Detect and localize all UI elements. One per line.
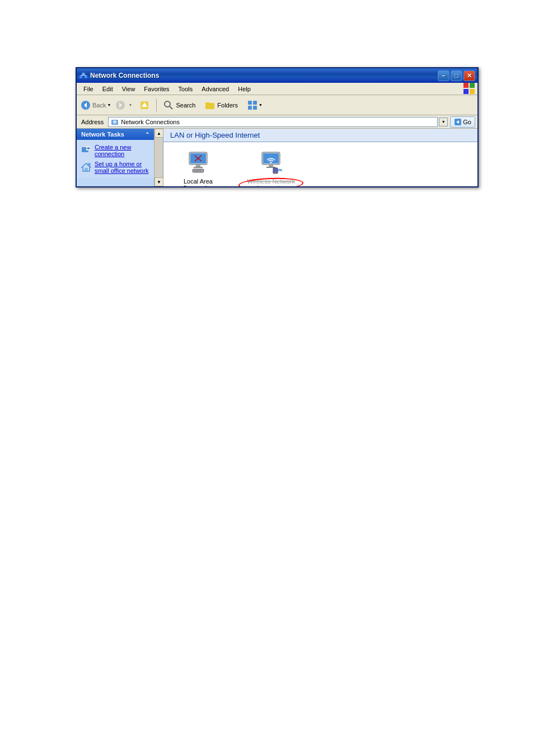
- svg-rect-8: [470, 89, 475, 94]
- toolbar-separator-1: [156, 98, 157, 112]
- window-title: Network Connections: [90, 72, 438, 79]
- scroll-up-button[interactable]: ▲: [154, 129, 163, 138]
- forward-button[interactable]: [114, 97, 127, 113]
- address-value: Network Connections: [121, 119, 435, 125]
- folders-label: Folders: [217, 102, 238, 109]
- lan-name: Local Area Connection: [170, 178, 226, 186]
- new-connection-icon: [81, 145, 91, 156]
- scroll-track[interactable]: [154, 138, 163, 177]
- home-network-icon: [81, 162, 91, 172]
- create-connection-label: Create a new connection: [95, 144, 149, 157]
- back-button[interactable]: [79, 97, 92, 113]
- wireless-name: Wireless Network Connection: [243, 178, 299, 186]
- svg-rect-36: [196, 165, 200, 167]
- close-button[interactable]: ✕: [463, 71, 475, 81]
- svg-rect-40: [197, 170, 199, 171]
- menu-view[interactable]: View: [118, 84, 140, 93]
- svg-rect-37: [194, 167, 203, 168]
- sidebar-section-content: Create a new connection Set up a home o: [77, 140, 154, 178]
- search-label: Search: [176, 102, 195, 109]
- folders-icon: [204, 100, 216, 111]
- svg-rect-0: [79, 76, 82, 78]
- back-nav: Back ▼: [79, 97, 113, 113]
- menu-favorites[interactable]: Favorites: [139, 84, 174, 93]
- sidebar-item-create-connection[interactable]: Create a new connection: [79, 142, 152, 159]
- address-field[interactable]: Network Connections: [108, 117, 438, 127]
- folders-button[interactable]: Folders: [200, 97, 242, 113]
- menu-file[interactable]: File: [79, 84, 98, 93]
- svg-line-4: [83, 75, 86, 76]
- menu-edit[interactable]: Edit: [98, 84, 118, 93]
- svg-rect-21: [248, 106, 252, 110]
- forward-dropdown[interactable]: ▼: [127, 97, 134, 113]
- svg-point-24: [113, 120, 116, 124]
- back-dropdown[interactable]: ▼: [106, 97, 113, 113]
- svg-point-15: [165, 101, 170, 107]
- home-network-label: Set up a home or small office network: [95, 161, 149, 174]
- svg-point-33: [87, 163, 91, 166]
- scroll-down-button[interactable]: ▼: [154, 177, 163, 186]
- address-label: Address: [79, 118, 106, 126]
- back-label: Back: [92, 102, 106, 109]
- connections-grid: Local Area Connection Disabled D-Link DF…: [163, 142, 477, 186]
- menu-help[interactable]: Help: [233, 84, 255, 93]
- title-bar: Network Connections – □ ✕: [77, 68, 477, 83]
- svg-rect-50: [274, 172, 277, 173]
- menu-advanced[interactable]: Advanced: [197, 84, 233, 93]
- network-connections-window: Network Connections – □ ✕ File Edit View…: [76, 67, 479, 187]
- svg-rect-22: [253, 106, 257, 110]
- go-label: Go: [463, 119, 471, 125]
- search-button[interactable]: Search: [159, 97, 199, 113]
- maximize-button[interactable]: □: [451, 71, 462, 81]
- up-icon: [139, 100, 150, 111]
- menu-tools[interactable]: Tools: [174, 84, 198, 93]
- address-dropdown-button[interactable]: ▼: [439, 118, 448, 126]
- svg-rect-2: [82, 73, 85, 75]
- sidebar-section-title: Network Tasks: [81, 131, 124, 138]
- svg-line-3: [81, 75, 83, 76]
- views-icon: [247, 100, 258, 111]
- svg-rect-19: [248, 101, 252, 105]
- views-button[interactable]: ▼: [243, 97, 266, 113]
- search-icon: [163, 100, 174, 111]
- address-bar: Address Network Connections ▼ Go: [77, 115, 477, 129]
- window-controls: – □ ✕: [438, 71, 475, 81]
- toolbar: Back ▼ ▼: [77, 95, 477, 115]
- svg-rect-6: [470, 83, 475, 88]
- sidebar-collapse-icon: ⌃: [145, 132, 149, 138]
- lan-section-header: LAN or High-Speed Internet: [163, 129, 477, 142]
- svg-rect-20: [253, 101, 257, 105]
- svg-rect-7: [463, 89, 469, 94]
- svg-point-46: [270, 162, 272, 163]
- svg-rect-5: [463, 83, 469, 88]
- minimize-button[interactable]: –: [438, 71, 449, 81]
- svg-rect-18: [205, 102, 209, 104]
- sidebar: Network Tasks ⌃: [77, 129, 163, 186]
- window-icon: [79, 71, 88, 80]
- lan-connection-item[interactable]: Local Area Connection Disabled D-Link DF…: [170, 149, 226, 186]
- windows-flag-area: [463, 82, 475, 96]
- go-button[interactable]: Go: [450, 116, 475, 128]
- svg-line-16: [170, 106, 172, 109]
- main-content: LAN or High-Speed Internet: [163, 129, 477, 186]
- svg-rect-32: [85, 168, 88, 171]
- sidebar-scrollbar: ▲ ▼: [154, 129, 163, 186]
- forward-nav: ▼: [114, 97, 134, 113]
- lan-icon: [185, 149, 212, 176]
- svg-rect-47: [269, 165, 273, 167]
- network-tasks-section: Network Tasks ⌃: [77, 129, 154, 178]
- up-button[interactable]: [135, 97, 154, 113]
- menu-bar: File Edit View Favorites Tools Advanced …: [77, 83, 477, 95]
- sidebar-section-header[interactable]: Network Tasks ⌃: [77, 129, 154, 140]
- svg-rect-30: [87, 148, 90, 149]
- content-area: Network Tasks ⌃: [77, 129, 477, 186]
- sidebar-item-home-network[interactable]: Set up a home or small office network: [79, 159, 152, 176]
- svg-rect-39: [195, 170, 196, 171]
- wireless-icon: [257, 149, 284, 176]
- desktop: Network Connections – □ ✕ File Edit View…: [0, 0, 534, 756]
- wireless-connection-item[interactable]: Wireless Network Connection Authenticati…: [243, 149, 299, 186]
- svg-rect-41: [199, 170, 201, 171]
- svg-rect-1: [85, 76, 87, 78]
